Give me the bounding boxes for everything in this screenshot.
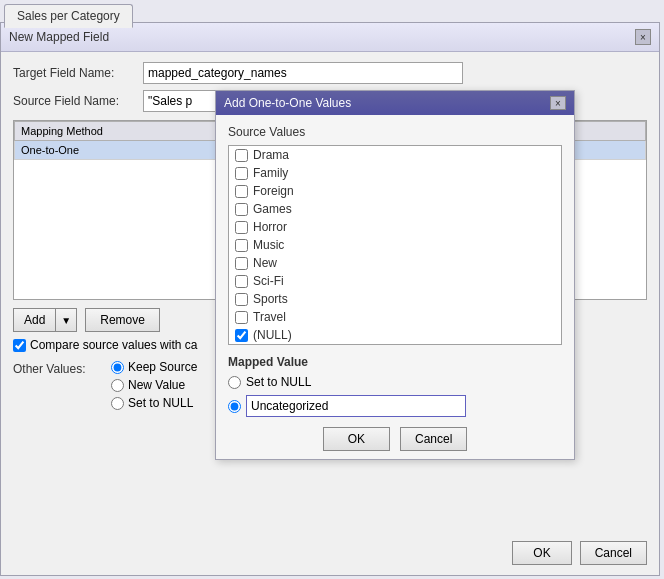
checkbox-games[interactable]: [235, 203, 248, 216]
mapped-value-section: Mapped Value Set to NULL: [228, 355, 562, 417]
list-item-sci-fi: Sci-Fi: [229, 272, 561, 290]
checkbox-travel[interactable]: [235, 311, 248, 324]
inner-dialog-titlebar: Add One-to-One Values ×: [216, 91, 574, 115]
list-item-horror: Horror: [229, 218, 561, 236]
mapped-radio-null-input[interactable]: [228, 376, 241, 389]
checkbox-family[interactable]: [235, 167, 248, 180]
outer-ok-button[interactable]: OK: [512, 541, 571, 565]
add-button[interactable]: Add: [13, 308, 56, 332]
checkbox-music[interactable]: [235, 239, 248, 252]
outer-dialog-close-button[interactable]: ×: [635, 29, 651, 45]
inner-dialog: Add One-to-One Values × Source Values Dr…: [215, 90, 575, 460]
mapped-radio-uncategorized: [228, 395, 562, 417]
radio-set-to-null-input[interactable]: [111, 397, 124, 410]
other-values-radio-group: Keep Source New Value Set to NULL: [111, 360, 197, 410]
radio-new-value: New Value: [111, 378, 197, 392]
list-item-travel: Travel: [229, 308, 561, 326]
inner-dialog-footer: OK Cancel: [228, 427, 562, 451]
radio-keep-source-input[interactable]: [111, 361, 124, 374]
list-item-family: Family: [229, 164, 561, 182]
inner-cancel-button[interactable]: Cancel: [400, 427, 467, 451]
mapped-radio-set-to-null: Set to NULL: [228, 375, 562, 389]
checkbox-foreign[interactable]: [235, 185, 248, 198]
remove-button[interactable]: Remove: [85, 308, 160, 332]
mapped-value-title: Mapped Value: [228, 355, 562, 369]
radio-set-to-null: Set to NULL: [111, 396, 197, 410]
checkbox-horror[interactable]: [235, 221, 248, 234]
list-item-foreign: Foreign: [229, 182, 561, 200]
list-item-new: New: [229, 254, 561, 272]
outer-cancel-button[interactable]: Cancel: [580, 541, 647, 565]
add-split-button: Add ▼: [13, 308, 77, 332]
checkbox-null[interactable]: [235, 329, 248, 342]
mapped-radio-null-label: Set to NULL: [246, 375, 311, 389]
target-field-row: Target Field Name:: [13, 62, 647, 84]
mapped-radio-uncategorized-input[interactable]: [228, 400, 241, 413]
list-item-null: (NULL): [229, 326, 561, 344]
inner-ok-button[interactable]: OK: [323, 427, 390, 451]
tab-bar: Sales per Category: [0, 0, 133, 28]
source-values-list[interactable]: Drama Family Foreign Games Horror Music: [228, 145, 562, 345]
list-item-drama: Drama: [229, 146, 561, 164]
inner-dialog-title: Add One-to-One Values: [224, 96, 351, 110]
inner-dialog-body: Source Values Drama Family Foreign Games: [216, 115, 574, 461]
list-item-music: Music: [229, 236, 561, 254]
source-values-label: Source Values: [228, 125, 562, 139]
outer-dialog-title: New Mapped Field: [9, 30, 109, 44]
tab-sales-per-category[interactable]: Sales per Category: [4, 4, 133, 28]
outer-dialog-footer: OK Cancel: [512, 541, 647, 565]
target-field-label: Target Field Name:: [13, 66, 143, 80]
checkbox-sports[interactable]: [235, 293, 248, 306]
radio-set-to-null-label: Set to NULL: [128, 396, 193, 410]
compare-checkbox-label: Compare source values with ca: [30, 338, 197, 352]
list-item-games: Games: [229, 200, 561, 218]
checkbox-sci-fi[interactable]: [235, 275, 248, 288]
radio-keep-source: Keep Source: [111, 360, 197, 374]
other-values-label: Other Values:: [13, 360, 103, 376]
source-field-label: Source Field Name:: [13, 94, 143, 108]
list-item-sports: Sports: [229, 290, 561, 308]
compare-checkbox[interactable]: [13, 339, 26, 352]
target-field-input[interactable]: [143, 62, 463, 84]
radio-new-value-input[interactable]: [111, 379, 124, 392]
radio-keep-source-label: Keep Source: [128, 360, 197, 374]
inner-dialog-close-button[interactable]: ×: [550, 96, 566, 110]
checkbox-drama[interactable]: [235, 149, 248, 162]
mapped-value-input[interactable]: [246, 395, 466, 417]
radio-new-value-label: New Value: [128, 378, 185, 392]
checkbox-new[interactable]: [235, 257, 248, 270]
add-dropdown-arrow[interactable]: ▼: [56, 308, 77, 332]
